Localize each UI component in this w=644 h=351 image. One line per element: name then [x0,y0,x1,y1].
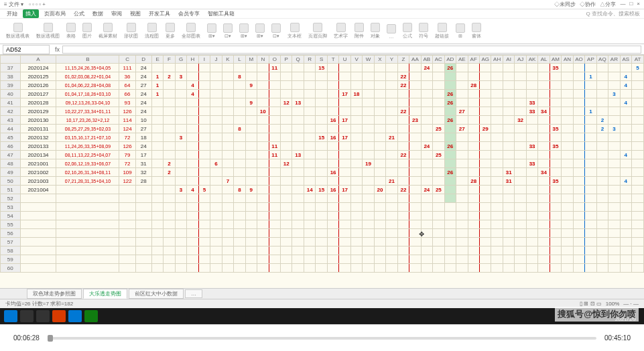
ribbon-icon[interactable] [239,23,249,33]
file-menu[interactable]: ≡ 文件 ▾ [4,1,23,8]
ribbon-tabs: 开始 插入 页面布局 公式 数据 审阅 视图 开发工具 会员专享 智能工具箱 Q… [0,9,644,19]
view-modes[interactable]: ▯ ⊞ ⊡ ▭ [580,301,602,307]
ribbon-icon[interactable] [66,23,76,32]
tab-home[interactable]: 开始 [4,9,20,18]
ribbon-icon[interactable] [313,23,322,32]
ribbon-icon[interactable] [13,23,23,32]
ribbon-icon[interactable] [472,23,481,32]
sheet-tab-2[interactable]: 前区红大中小数据 [129,289,184,299]
ribbon-icon[interactable] [438,23,447,32]
app-icon-2[interactable] [68,310,82,322]
ribbon-icon[interactable] [166,23,175,32]
search-box[interactable]: Q 查找命令、搜索模板 [586,10,640,17]
status-bar: 卡均值=26 计数=7 求和=182 ▯ ⊞ ⊡ ▭ 100% — · — [0,299,644,308]
tab-layout[interactable]: 页面布局 [42,9,68,18]
total-time: 00:45:10 [604,334,631,342]
tab-review[interactable]: 审阅 [109,9,125,18]
ribbon-icon[interactable] [271,23,281,33]
ribbon-icon[interactable] [387,24,396,33]
tab-dev[interactable]: 开发工具 [146,9,173,18]
app-icon-3[interactable] [84,310,98,322]
watermark: 搜狐号@惊到你勿喷 [555,307,639,322]
ribbon-icon[interactable] [207,23,216,33]
ribbon-icon[interactable] [186,23,196,32]
cursor-icon: ✥ [419,230,424,238]
ribbon-icon[interactable] [419,23,428,32]
spreadsheet[interactable]: ABCDEFGHIJKLMNOPQRSTUVWXYZAAABACADAEAFAG… [0,55,644,288]
search-icon[interactable] [20,310,34,322]
zoom-level[interactable]: 100% [606,301,619,307]
ribbon-icon[interactable] [290,23,300,32]
sheet-tabs: 双色球走势参照图 大乐透走势图 前区红大中小数据 … [0,288,644,299]
ribbon-icon[interactable] [355,23,364,32]
fx-icon[interactable]: fx [52,46,62,53]
formula-bar: AD52 fx [0,44,644,55]
video-player: 00:06:28 00:45:10 [0,324,644,351]
formula-input[interactable] [62,46,641,54]
ribbon-icon[interactable] [336,23,346,32]
sync-status[interactable]: ◇未同步 [554,1,576,8]
collab[interactable]: ◇协作 [580,1,596,8]
tab-member[interactable]: 会员专享 [176,9,202,18]
win-icon[interactable]: ▫ ▫ ▫ ▫ + [29,1,46,7]
tab-insert[interactable]: 插入 [23,9,39,18]
tab-tools[interactable]: 智能工具箱 [205,9,237,18]
progress-bar[interactable] [48,337,596,340]
sheet-tab-0[interactable]: 双色球走势参照图 [27,289,82,299]
status-stats: 卡均值=26 计数=7 求和=182 [5,300,73,307]
titlebar: ≡ 文件 ▾ ▫ ▫ ▫ ▫ + ◇未同步 ◇协作 △分享 — □ × [0,0,644,9]
min-icon[interactable]: — [620,1,625,8]
ribbon-icon[interactable] [255,23,265,33]
ribbon-icon[interactable] [456,23,465,33]
zoom-slider[interactable]: — · — [623,301,639,307]
tab-formula[interactable]: 公式 [71,9,87,18]
max-icon[interactable]: □ [629,1,633,8]
sheet-tab-more[interactable]: … [185,289,202,298]
start-button[interactable] [4,310,17,322]
ribbon-icon[interactable] [103,23,113,32]
task-icon[interactable] [36,310,50,322]
cell-reference[interactable]: AD52 [3,45,50,54]
tab-data[interactable]: 数据 [90,9,106,18]
close-icon[interactable]: × [637,1,640,8]
ribbon-icon[interactable] [223,23,233,33]
taskbar: 11:372021/1/9 [0,308,644,324]
share[interactable]: △分享 [600,1,616,8]
ribbon-icon[interactable] [127,23,136,32]
ribbon-icon[interactable] [403,23,412,32]
ribbon-icon[interactable] [371,23,380,32]
play-time: 00:06:28 [13,334,40,342]
app-icon-1[interactable] [52,310,66,322]
ribbon-icon[interactable] [147,23,157,32]
sheet-tab-1[interactable]: 大乐透走势图 [83,289,127,299]
ribbon-icon[interactable] [44,23,53,32]
tab-view[interactable]: 视图 [127,9,143,18]
ribbon-icon[interactable] [82,23,92,32]
ribbon: 数据透视表数据透视图表格图片截屏素材形状图流程图更多全部图表⊞▾⊡▾⊞▾⊞▾⊡▾… [0,19,644,44]
